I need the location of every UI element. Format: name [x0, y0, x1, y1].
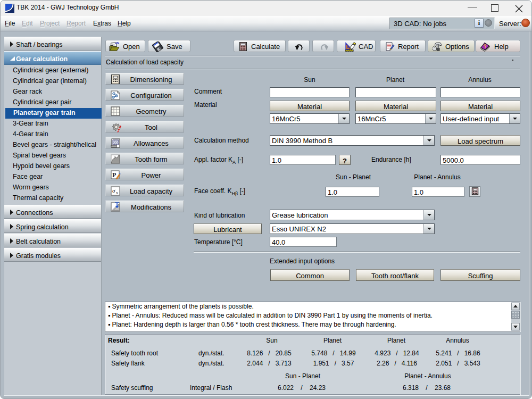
- svg-text:σ: σ: [112, 187, 115, 194]
- svg-text:P: P: [112, 171, 116, 179]
- svg-text:x: x: [116, 190, 118, 195]
